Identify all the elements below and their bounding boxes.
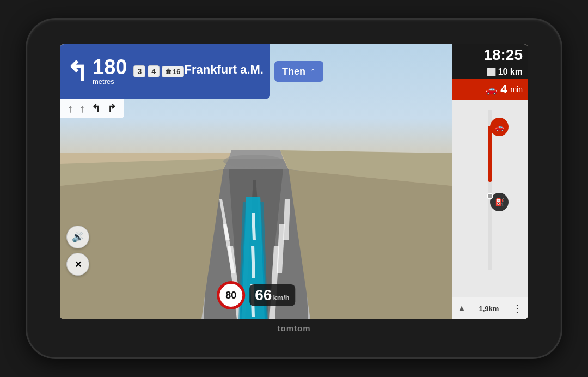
device-shell: ↱ 180 metres 3 4 🛣 16 Frankfurt a.M. xyxy=(27,20,561,357)
lane-badges: 3 4 🛣 16 xyxy=(133,65,184,77)
then-box: Then ↑ xyxy=(274,61,323,82)
left-controls: 🔊 ✕ xyxy=(66,226,89,276)
lane-icon-straight-2: ↑ xyxy=(79,102,85,115)
then-arrow-icon: ↑ xyxy=(310,64,316,78)
close-button[interactable]: ✕ xyxy=(66,253,89,276)
lane-indicators: ↑ ↑ ↰ ↱ xyxy=(60,99,124,118)
car-icon: 🚗 xyxy=(485,83,497,95)
sidebar-bottom: ▲ 1,9km ⋮ xyxy=(452,297,528,319)
speed-panel: 80 66 km/h xyxy=(217,281,295,309)
nav-direction-icon: ▲ xyxy=(457,303,466,313)
then-label: Then xyxy=(282,66,305,77)
distance-unit: metres xyxy=(93,77,127,86)
distance-number: 180 xyxy=(93,57,127,77)
map-area[interactable]: ↱ 180 metres 3 4 🛣 16 Frankfurt a.M. xyxy=(60,44,452,319)
road-name-box: Frankfurt a.M. xyxy=(184,63,263,80)
highway-badge: 🛣 16 xyxy=(162,66,184,77)
current-speed-value: 66 xyxy=(255,287,272,304)
distance-icon: ⬜ xyxy=(487,68,496,76)
sound-button[interactable]: 🔊 xyxy=(66,226,89,248)
svg-marker-23 xyxy=(289,169,452,319)
brand-label: tomtom xyxy=(278,324,311,333)
turn-distance: 180 metres xyxy=(93,57,127,86)
current-speed-display: 66 km/h xyxy=(249,284,295,306)
eta-unit: min xyxy=(510,85,523,94)
screen: ↱ 180 metres 3 4 🛣 16 Frankfurt a.M. xyxy=(60,44,528,319)
lane-icon-right: ↱ xyxy=(107,102,117,115)
right-sidebar: 18:25 ⬜ 10 km 🚗 4 min 🚗 xyxy=(452,44,528,319)
road-name: Frankfurt a.M. xyxy=(184,63,263,77)
lane-badge-3: 3 xyxy=(133,65,145,77)
turn-instruction: ↱ 180 metres 3 4 🛣 16 Frankfurt a.M. xyxy=(60,44,270,99)
lane-icon-straight-1: ↑ xyxy=(68,102,73,115)
speed-limit-value: 80 xyxy=(225,290,236,301)
sound-icon: 🔊 xyxy=(72,231,84,243)
nav-header: ↱ 180 metres 3 4 🛣 16 Frankfurt a.M. xyxy=(60,44,452,99)
lane-badge-4: 4 xyxy=(148,65,160,77)
traffic-section: 🚗 ⛽ xyxy=(452,100,528,297)
distance-row: ⬜ 10 km xyxy=(452,66,528,79)
lane-icon-left: ↰ xyxy=(91,102,101,115)
close-icon: ✕ xyxy=(75,259,82,270)
svg-point-26 xyxy=(223,155,283,168)
time-block: 18:25 xyxy=(452,44,528,66)
turn-arrow-main: ↱ xyxy=(66,56,88,87)
eta-row: 🚗 4 min xyxy=(452,79,528,100)
eta-time: 4 xyxy=(500,82,507,96)
speed-limit-sign: 80 xyxy=(217,281,245,309)
speed-unit: km/h xyxy=(273,294,289,302)
nearby-distance: 1,9km xyxy=(479,305,499,313)
distance-remaining: 10 km xyxy=(498,67,523,77)
current-time: 18:25 xyxy=(457,47,523,63)
traffic-car-icon: 🚗 xyxy=(490,118,509,136)
more-button[interactable]: ⋮ xyxy=(512,302,523,315)
